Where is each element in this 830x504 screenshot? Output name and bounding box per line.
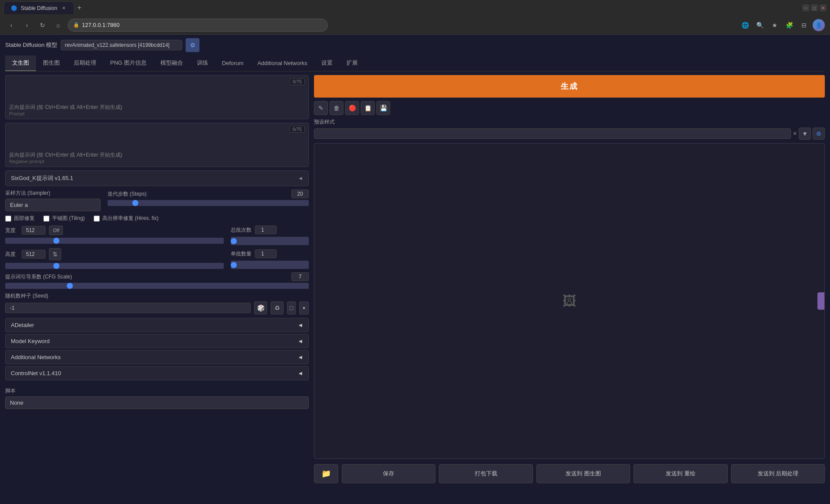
sampler-select[interactable]: Euler a (5, 199, 101, 211)
additional-networks-title: Additional Networks (11, 354, 61, 360)
profile-avatar[interactable]: 👤 (813, 19, 825, 31)
steps-slider[interactable] (108, 200, 309, 206)
send-to-img2img-button[interactable]: 发送到 图生图 (536, 464, 630, 483)
generate-button[interactable]: 生成 (314, 75, 825, 98)
clipboard-button[interactable]: 📋 (361, 101, 375, 115)
address-bar[interactable]: 🔒 127.0.0.1:7860 (68, 19, 328, 32)
adetailer-header[interactable]: ADetailer ◄ (6, 318, 308, 332)
script-section: 脚本 None (5, 387, 309, 409)
positive-prompt-textarea[interactable] (6, 75, 308, 101)
seed-dice-button[interactable]: 🎲 (254, 301, 267, 314)
adetailer-section: ADetailer ◄ (5, 318, 309, 332)
off-button[interactable]: Off (49, 226, 63, 235)
width-input[interactable] (22, 226, 46, 235)
sixgod-bar[interactable]: SixGod_K提示词 v1.65.1 ◄ (5, 170, 309, 186)
translate-button[interactable]: 🌐 (739, 19, 751, 31)
close-button[interactable]: ✕ (820, 4, 827, 11)
negative-prompt-hint-text: Negative prompt (9, 159, 305, 164)
tab-extensions[interactable]: 扩展 (340, 56, 365, 71)
side-tab[interactable] (817, 292, 824, 310)
negative-prompt-textarea[interactable] (6, 123, 308, 149)
sampler-steps-row: 采样方法 (Sampler) Euler a 迭代步数 (Steps) 20 (5, 190, 309, 211)
script-label: 脚本 (5, 387, 309, 395)
refresh-button[interactable]: ↻ (36, 19, 49, 31)
tab-close-button[interactable]: ✕ (61, 5, 67, 11)
content-area: 0/75 正向提示词 (按 Ctrl+Enter 或 Alt+Enter 开始生… (5, 75, 825, 483)
controlnet-header[interactable]: ControlNet v1.1.410 ◄ (6, 367, 308, 380)
tab-settings[interactable]: 设置 (314, 56, 340, 71)
seed-dropdown-button[interactable]: ▼ (299, 301, 309, 314)
new-tab-button[interactable]: + (74, 3, 85, 13)
batch-count-input[interactable] (255, 226, 277, 234)
hires-fix-checkbox[interactable]: 高分辨率修复 (Hires. fix) (94, 215, 159, 222)
bookmark-button[interactable]: ★ (768, 19, 781, 31)
model-refresh-button[interactable]: ⚙ (186, 38, 199, 52)
tab-txt2img[interactable]: 文生图 (5, 56, 36, 71)
tiling-label: 平铺图 (Tiling) (52, 215, 85, 222)
batch-size-slider[interactable] (231, 261, 309, 269)
red-action-button[interactable]: 🔴 (345, 101, 359, 115)
positive-prompt-placeholder-text: 正向提示词 (按 Ctrl+Enter 或 Alt+Enter 开始生成) (9, 104, 305, 111)
batch-size-input[interactable] (255, 249, 277, 258)
negative-prompt-counter: 0/75 (290, 126, 305, 133)
model-keyword-header[interactable]: Model Keyword ◄ (6, 334, 308, 348)
preset-refresh-button[interactable]: ⚙ (813, 128, 825, 140)
edit-icon-button[interactable]: ✎ (314, 101, 328, 115)
home-button[interactable]: ⌂ (52, 19, 64, 31)
download-bundle-button[interactable]: 打包下载 (439, 464, 533, 483)
height-row: 高度 ⇅ (5, 248, 224, 260)
tab-postprocess[interactable]: 后期处理 (67, 56, 103, 71)
save-button[interactable]: 保存 (342, 464, 435, 483)
height-slider[interactable] (5, 263, 224, 269)
tab-additional-networks[interactable]: Additional Networks (251, 56, 314, 71)
batch-count-row: 总批次数 (231, 226, 309, 234)
tab-img2img[interactable]: 图生图 (36, 56, 67, 71)
face-restore-checkbox[interactable]: 面部修复 (5, 215, 35, 222)
seed-recycle-button[interactable]: ♻ (271, 301, 284, 314)
tiling-checkbox[interactable]: 平铺图 (Tiling) (43, 215, 85, 222)
minimize-button[interactable]: ─ (802, 4, 809, 11)
zoom-button[interactable]: 🔍 (754, 19, 766, 31)
maximize-button[interactable]: □ (811, 4, 818, 11)
positive-prompt-hint: 正向提示词 (按 Ctrl+Enter 或 Alt+Enter 开始生成) Pr… (6, 103, 308, 119)
steps-group: 迭代步数 (Steps) 20 (108, 190, 309, 206)
save-icon-button[interactable]: 💾 (376, 101, 390, 115)
cfg-slider[interactable] (5, 283, 309, 289)
trash-icon-button[interactable]: 🗑 (330, 101, 343, 115)
browser-tab[interactable]: 🔵 Stable Diffusion ✕ (3, 1, 74, 14)
additional-networks-header[interactable]: Additional Networks ◄ (6, 350, 308, 364)
sidebar-button[interactable]: ⊟ (798, 19, 810, 31)
tab-png-info[interactable]: PNG 图片信息 (103, 56, 154, 71)
back-button[interactable]: ‹ (5, 19, 17, 31)
folder-button[interactable]: 📁 (314, 464, 338, 483)
forward-button[interactable]: › (21, 19, 33, 31)
send-to-inpaint-button[interactable]: 发送到 重绘 (634, 464, 727, 483)
preset-input[interactable] (314, 128, 791, 139)
preset-dropdown-button[interactable]: ▼ (799, 128, 811, 140)
toolbar-icons: 🌐 🔍 ★ 🧩 ⊟ 👤 (739, 19, 825, 31)
seed-input[interactable] (5, 303, 251, 313)
height-input[interactable] (22, 250, 46, 259)
sampler-group: 采样方法 (Sampler) Euler a (5, 190, 101, 211)
model-select[interactable]: revAnimated_v122.safetensors [4199bcdd14… (61, 40, 182, 50)
tab-train[interactable]: 训练 (190, 56, 215, 71)
tab-deforum[interactable]: Deforum (215, 56, 251, 71)
positive-prompt-counter: 0/75 (290, 78, 305, 85)
tab-bar: 🔵 Stable Diffusion ✕ + ─ □ ✕ (0, 0, 830, 16)
batch-count-slider[interactable] (231, 237, 309, 245)
width-row: 宽度 Off (5, 226, 224, 235)
preset-style-section: 预设样式 ✕ ▼ ⚙ (314, 118, 825, 140)
extensions-button[interactable]: 🧩 (783, 19, 795, 31)
size-col: 宽度 Off 高度 ⇅ (5, 226, 224, 269)
swap-button[interactable]: ⇅ (49, 248, 61, 260)
tab-merge[interactable]: 模型融合 (154, 56, 190, 71)
main-tabs: 文生图 图生图 后期处理 PNG 图片信息 模型融合 训练 Deforum Ad… (5, 56, 825, 72)
address-lock-icon: 🔒 (73, 22, 79, 28)
seed-extra-button[interactable]: □ (287, 301, 296, 314)
width-label: 宽度 (5, 227, 18, 234)
script-select[interactable]: None (5, 396, 309, 409)
additional-networks-collapse-icon: ◄ (297, 354, 303, 360)
preset-clear-button[interactable]: ✕ (793, 131, 797, 137)
send-to-postprocess-button[interactable]: 发送到 后期处理 (731, 464, 825, 483)
width-slider[interactable] (5, 238, 224, 244)
